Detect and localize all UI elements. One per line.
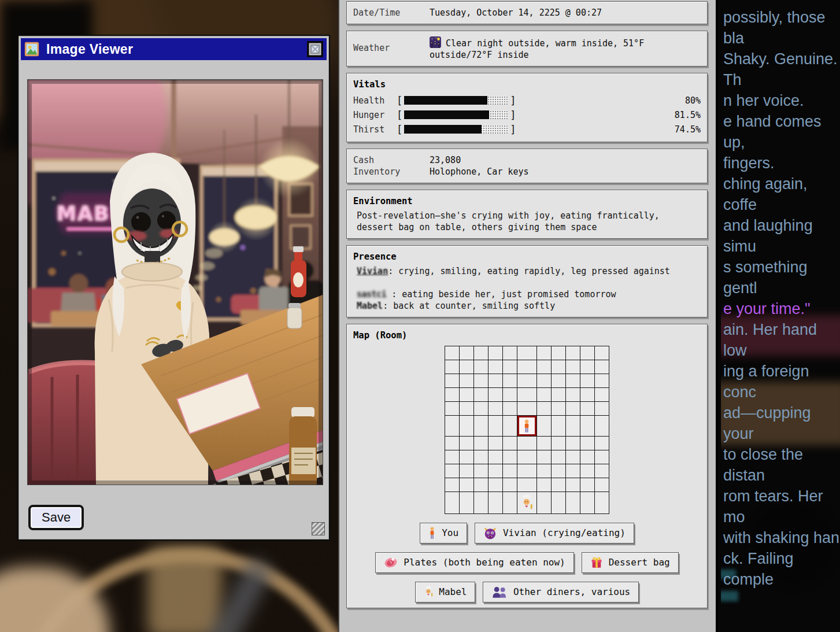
map-cell: [552, 402, 566, 416]
map-legend: YouVivian (crying/eating)Plates (both be…: [353, 523, 701, 603]
background-shape: [719, 591, 738, 601]
map-cell: [445, 464, 460, 478]
map-cell: [445, 478, 460, 492]
legend-button-you[interactable]: You: [420, 523, 467, 544]
you-icon: [428, 527, 436, 539]
vital-value: 81.5%: [675, 109, 701, 121]
story-text: possibly, those blaShaky. Genuine. Thn h…: [723, 7, 840, 590]
presence-name: Vivian: [357, 266, 388, 276]
legend-button-plates[interactable]: Plates (both being eaten now): [375, 552, 573, 573]
map-cell: [595, 388, 609, 402]
map-cell: [580, 437, 595, 450]
map-cell: [503, 346, 517, 360]
vivian-icon: [483, 527, 497, 539]
vital-bar: [404, 96, 508, 105]
map-cell: [460, 416, 474, 437]
map-cell: [537, 374, 552, 388]
legend-row: YouVivian (crying/eating): [353, 523, 701, 544]
vital-bar-fill: [404, 96, 487, 105]
map-cell: [503, 492, 517, 514]
map-cell: [580, 450, 595, 464]
bracket-open: [: [397, 95, 402, 106]
map-cell: [460, 492, 474, 514]
vital-value: 80%: [685, 95, 701, 106]
map-cell: [566, 437, 580, 450]
story-line: e hand comes up,: [723, 111, 840, 153]
map-cell: [595, 360, 609, 374]
map-cell: [445, 374, 460, 388]
map-cell: [552, 360, 566, 374]
presence-box: Presence Vivian: crying, smiling, eating…: [346, 245, 708, 317]
vitals-box: Vitals Health[]80%Hunger[]81.5%Thirst[]7…: [346, 73, 708, 142]
map-cell: [595, 450, 609, 464]
story-line: ain. Her hand low: [723, 319, 840, 361]
map-cell: [537, 416, 552, 437]
image-viewer-window: Image Viewer: [17, 35, 330, 541]
map-cell: [503, 450, 517, 464]
legend-row: Plates (both being eaten now)Dessert bag: [353, 552, 701, 573]
map-cell: [580, 388, 595, 402]
legend-label: Plates (both being eaten now): [404, 557, 565, 568]
gift-icon: [590, 556, 603, 569]
plates-icon: [384, 556, 398, 569]
map-cell: [445, 416, 460, 437]
map-cell: [517, 464, 537, 478]
map-cell: [489, 346, 503, 360]
map-cell: [517, 437, 537, 450]
datetime-value: Tuesday, October 14, 2225 @ 00:27: [430, 7, 602, 19]
map-cell: [474, 402, 489, 416]
map-cell: [552, 388, 566, 402]
map-cell: [566, 416, 580, 437]
story-paragraph: possibly, those blaShaky. Genuine. Th: [723, 7, 840, 90]
finance-label: Cash: [353, 154, 430, 166]
legend-button-other-diners[interactable]: Other diners, various: [483, 582, 639, 603]
map-cell: [474, 360, 489, 374]
map-cell: [537, 464, 552, 478]
night-city-icon: [430, 36, 441, 48]
legend-button-dessert-bag[interactable]: Dessert bag: [582, 552, 679, 573]
presence-entry: Mabel: back at counter, smiling softly: [353, 300, 701, 312]
story-line: rom tears. Her mo: [723, 486, 840, 527]
map-cell: [517, 478, 537, 492]
background-shape: [147, 546, 223, 632]
story-paragraph: s something gentl: [723, 257, 840, 298]
finance-rows: Cash23,080InventoryHolophone, Car keys: [353, 154, 701, 178]
map-cell: [489, 437, 503, 450]
map-cell: [537, 450, 552, 464]
map-cell: [552, 416, 566, 437]
presence-text: : crying, smiling, eating rapidly, leg p…: [388, 266, 670, 276]
maximize-button[interactable]: [307, 41, 323, 57]
map-cell: [537, 402, 552, 416]
presence-entries: Vivian: crying, smiling, eating rapidly,…: [353, 265, 701, 312]
legend-button-vivian[interactable]: Vivian (crying/eating): [475, 523, 634, 544]
map-cell: [445, 360, 460, 374]
map-cell: [595, 492, 609, 514]
bracket-open: [: [397, 109, 402, 121]
map-cell: [552, 464, 566, 478]
vitals-rows: Health[]80%Hunger[]81.5%Thirst[]74.5%: [353, 93, 701, 136]
map-grid: [445, 346, 609, 514]
map-cell: [445, 346, 460, 360]
story-paragraph: ad—cupping yourto close the distan: [723, 402, 840, 486]
save-button[interactable]: Save: [28, 505, 84, 530]
map-cell: [566, 374, 580, 388]
map-cell: [503, 388, 517, 402]
map-cell: [580, 346, 595, 360]
picture-icon: [24, 42, 39, 57]
finance-value: 23,080: [430, 154, 461, 166]
vital-bar-fill: [404, 110, 489, 119]
weather-box: Weather Clear night outside, warm inside…: [346, 31, 708, 66]
map-marker-mabel: [517, 492, 537, 514]
map-cell: [460, 450, 474, 464]
image-viewer-titlebar[interactable]: Image Viewer: [21, 38, 327, 60]
map-cell: [474, 492, 489, 514]
map-box: Map (Room) YouVivian (crying/eating)Plat…: [346, 324, 708, 608]
story-paragraph: e hand comes up,fingers.: [723, 111, 840, 173]
map-cell: [460, 388, 474, 402]
legend-button-mabel[interactable]: Mabel: [415, 582, 476, 603]
finance-value: Holophone, Car keys: [430, 166, 529, 178]
map-cell: [489, 492, 503, 514]
resize-grip[interactable]: [312, 522, 325, 535]
map-cell: [474, 388, 489, 402]
story-panel: possibly, those blaShaky. Genuine. Thn h…: [718, 0, 840, 632]
